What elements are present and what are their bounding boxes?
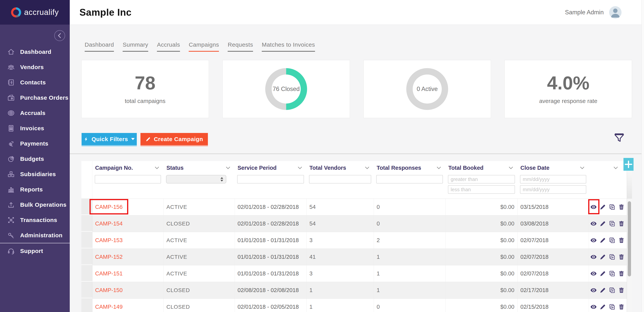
col-header-total-booked[interactable]: Total Booked <box>446 161 518 175</box>
campaign-link[interactable]: CAMP-152 <box>95 254 123 260</box>
edit-campaign-pencil-icon[interactable] <box>600 204 606 210</box>
delete-campaign-trash-icon[interactable] <box>618 287 625 294</box>
col-header-status[interactable]: Status <box>164 161 235 175</box>
chevron-down-icon[interactable] <box>364 166 370 169</box>
sidebar-item-contacts[interactable]: Contacts <box>0 75 70 90</box>
avatar[interactable] <box>609 6 622 18</box>
total-vendors-filter-input[interactable] <box>309 175 371 184</box>
close-date-to-input[interactable] <box>520 185 586 194</box>
sidebar-item-accruals[interactable]: Accruals <box>0 105 70 121</box>
add-column-button[interactable] <box>624 158 634 171</box>
tab-matches-to-invoices[interactable]: Matches to Invoices <box>262 41 315 52</box>
duplicate-campaign-icon[interactable] <box>609 254 616 260</box>
view-campaign-eye-icon[interactable] <box>590 270 597 277</box>
tab-requests[interactable]: Requests <box>228 41 253 52</box>
sidebar-item-vendors[interactable]: Vendors <box>0 59 70 75</box>
sidebar-item-purchase-orders[interactable]: Purchase Orders <box>0 90 70 105</box>
delete-campaign-trash-icon[interactable] <box>618 254 625 260</box>
delete-campaign-trash-icon[interactable] <box>618 237 625 244</box>
sidebar-item-payments[interactable]: Payments <box>0 136 70 151</box>
service-period-filter-input[interactable] <box>237 175 304 184</box>
sidebar-item-dashboard[interactable]: Dashboard <box>0 44 70 59</box>
duplicate-campaign-icon[interactable] <box>609 220 616 227</box>
col-header-service-period[interactable]: Service Period <box>235 161 307 175</box>
edit-campaign-pencil-icon[interactable] <box>600 237 606 244</box>
sidebar-item-administration[interactable]: Administration <box>0 228 70 243</box>
chevron-down-icon[interactable] <box>226 166 230 169</box>
tab-accruals[interactable]: Accruals <box>157 41 180 52</box>
app-logo[interactable]: accrualify <box>0 0 70 24</box>
total-booked-less-than-input[interactable] <box>448 185 515 194</box>
edit-campaign-pencil-icon[interactable] <box>600 287 606 294</box>
view-campaign-eye-icon[interactable] <box>590 237 597 244</box>
user-name: Sample Admin <box>565 9 604 16</box>
chevron-down-icon[interactable] <box>298 166 302 169</box>
close-date-cell: 02/07/2018 <box>518 232 589 249</box>
topbar: Sample Inc Sample Admin <box>70 0 644 25</box>
home-icon <box>7 48 15 56</box>
sidebar-item-budgets[interactable]: Budgets <box>0 151 70 166</box>
table-scrollbar-track[interactable] <box>627 199 632 312</box>
chevron-down-icon[interactable] <box>154 166 160 169</box>
view-campaign-eye-icon[interactable] <box>590 304 597 310</box>
total-booked-greater-than-input[interactable] <box>448 175 515 184</box>
close-date-from-input[interactable] <box>520 175 586 184</box>
tab-dashboard[interactable]: Dashboard <box>85 41 114 52</box>
view-campaign-eye-icon[interactable] <box>590 254 597 260</box>
chevron-down-icon[interactable] <box>580 166 585 169</box>
col-header-campaign-no[interactable]: Campaign No. <box>92 161 164 175</box>
duplicate-campaign-icon[interactable] <box>609 237 616 244</box>
view-campaign-eye-icon[interactable] <box>590 204 597 210</box>
filter-funnel-icon[interactable] <box>614 132 625 144</box>
delete-campaign-trash-icon[interactable] <box>618 270 625 277</box>
edit-campaign-pencil-icon[interactable] <box>600 304 606 310</box>
duplicate-campaign-icon[interactable] <box>609 270 616 277</box>
sidebar-item-subsidiaries[interactable]: Subsidiaries <box>0 166 70 182</box>
chevron-down-icon[interactable] <box>436 166 441 169</box>
duplicate-campaign-icon[interactable] <box>609 287 616 294</box>
tab-summary[interactable]: Summary <box>123 41 148 52</box>
edit-campaign-pencil-icon[interactable] <box>600 254 606 260</box>
edit-campaign-pencil-icon[interactable] <box>600 270 606 277</box>
sidebar-item-transactions[interactable]: Transactions <box>0 212 70 228</box>
delete-campaign-trash-icon[interactable] <box>618 204 625 210</box>
view-campaign-eye-icon[interactable] <box>590 220 597 227</box>
total-responses-filter-input[interactable] <box>376 175 443 184</box>
campaign-link[interactable]: CAMP-151 <box>95 270 123 277</box>
upload-icon <box>7 201 15 209</box>
create-campaign-button[interactable]: Create Campaign <box>140 133 208 146</box>
campaign-link[interactable]: CAMP-153 <box>95 237 123 244</box>
total-vendors-cell: 41 <box>307 249 374 265</box>
status-filter-select[interactable] <box>166 175 226 184</box>
browser-scrollbar[interactable] <box>642 0 644 312</box>
col-header-actions[interactable] <box>589 161 627 175</box>
campaign-link[interactable]: CAMP-149 <box>95 304 123 310</box>
table-filter-row <box>81 175 627 199</box>
tab-campaigns[interactable]: Campaigns <box>189 41 219 52</box>
edit-campaign-pencil-icon[interactable] <box>600 220 606 227</box>
sidebar-item-invoices[interactable]: Invoices <box>0 121 70 136</box>
sidebar-item-support[interactable]: Support <box>0 243 70 259</box>
sidebar-item-bulk-operations[interactable]: Bulk Operations <box>0 197 70 212</box>
chevron-down-icon[interactable] <box>613 166 618 169</box>
col-header-total-responses[interactable]: Total Responses <box>374 161 446 175</box>
campaign-link[interactable]: CAMP-150 <box>95 287 123 294</box>
chevron-down-icon[interactable] <box>508 166 514 169</box>
campaign-link[interactable]: CAMP-156 <box>95 204 123 210</box>
total-booked-cell: $0.00 <box>446 249 518 265</box>
user-menu[interactable]: Sample Admin <box>565 6 622 18</box>
col-header-close-date[interactable]: Close Date <box>518 161 589 175</box>
sidebar-item-reports[interactable]: Reports <box>0 182 70 197</box>
campaign-link[interactable]: CAMP-154 <box>95 221 123 227</box>
col-header-total-vendors[interactable]: Total Vendors <box>307 161 374 175</box>
table-scrollbar-thumb[interactable] <box>628 201 631 276</box>
campaign-no-filter-input[interactable] <box>95 175 161 184</box>
delete-campaign-trash-icon[interactable] <box>618 220 625 227</box>
duplicate-campaign-icon[interactable] <box>609 204 616 210</box>
quick-filters-button[interactable]: Quick Filters <box>82 133 137 146</box>
close-date-cell: 02/15/2018 <box>518 299 589 312</box>
sidebar-collapse-button[interactable] <box>54 30 65 41</box>
view-campaign-eye-icon[interactable] <box>590 287 597 294</box>
delete-campaign-trash-icon[interactable] <box>618 304 625 310</box>
duplicate-campaign-icon[interactable] <box>609 304 616 310</box>
